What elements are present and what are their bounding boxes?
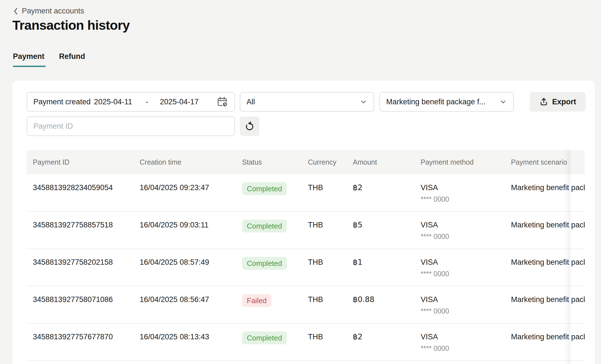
calendar-clock-icon (217, 96, 228, 108)
col-header-amount: Amount (347, 158, 415, 166)
payment-method-brand: VISA (421, 294, 501, 305)
scenario-filter-select[interactable]: Marketing benefit package f... (379, 92, 514, 112)
cell-creation-time: 16/04/2025 09:23:47 (134, 182, 236, 193)
payment-method-brand: VISA (421, 220, 501, 230)
chevron-down-icon (360, 98, 367, 106)
cell-currency: THB (302, 294, 347, 305)
cell-currency: THB (302, 182, 347, 193)
cell-creation-time: 16/04/2025 08:13:43 (134, 331, 236, 342)
date-range-start: 2025-04-11 (94, 98, 132, 106)
table-header-row: Payment ID Creation time Status Currency… (27, 150, 585, 174)
date-range-picker[interactable]: Payment created 2025-04-11 - 2025-04-17 (27, 92, 235, 112)
payment-id-input[interactable] (27, 116, 235, 136)
col-header-payment-scenario: Payment scenario (505, 158, 585, 166)
table-row[interactable]: 3458813927757677870 16/04/2025 08:13:43 … (27, 324, 585, 361)
cell-payment-method: VISA **** 0000 (415, 182, 505, 204)
breadcrumb[interactable]: Payment accounts (13, 7, 84, 15)
cell-currency: THB (302, 220, 347, 230)
scenario-filter-value: Marketing benefit package f... (386, 98, 485, 106)
cell-currency: THB (302, 257, 347, 268)
cell-payment-id: 3458813927758202158 (27, 257, 134, 268)
cell-payment-scenario: Marketing benefit package f... (505, 331, 585, 342)
cell-payment-id: 3458813927758071086 (27, 294, 134, 305)
refresh-icon (244, 121, 255, 132)
payment-method-brand: VISA (421, 331, 501, 342)
reset-filters-button[interactable] (240, 116, 259, 136)
breadcrumb-label: Payment accounts (22, 7, 84, 15)
cell-amount: ฿2 (347, 182, 415, 193)
status-badge: Completed (242, 182, 287, 195)
cell-payment-id: 3458813927758857518 (27, 220, 134, 230)
payment-method-card: **** 0000 (421, 344, 501, 353)
payment-method-card: **** 0000 (421, 269, 501, 278)
tab-refund[interactable]: Refund (59, 51, 86, 67)
col-header-payment-id: Payment ID (27, 158, 134, 166)
date-range-label: Payment created (33, 98, 91, 106)
export-button-label: Export (552, 98, 576, 106)
upload-icon (539, 97, 548, 106)
table-row[interactable]: 3458813927758071086 16/04/2025 08:56:47 … (27, 286, 585, 324)
status-filter-select[interactable]: All (240, 92, 374, 112)
status-badge: Completed (242, 220, 287, 232)
cell-amount: ฿0.88 (347, 294, 415, 305)
cell-amount: ฿1 (347, 257, 415, 268)
status-badge: Completed (242, 331, 287, 344)
payment-method-brand: VISA (421, 257, 501, 268)
cell-creation-time: 16/04/2025 08:56:47 (134, 294, 236, 305)
table-row[interactable]: 3458813927758202158 16/04/2025 08:57:49 … (27, 249, 585, 286)
cell-payment-id: 3458813927757677870 (27, 331, 134, 342)
cell-amount: ฿2 (347, 331, 415, 342)
status-filter-value: All (247, 98, 255, 106)
col-header-payment-method: Payment method (415, 158, 505, 166)
export-button[interactable]: Export (530, 92, 586, 112)
cell-payment-method: VISA **** 0000 (415, 220, 505, 241)
chevron-left-icon (13, 7, 19, 15)
chevron-down-icon (499, 98, 507, 106)
transaction-history-page: Payment accounts Transaction history Pay… (0, 0, 601, 364)
table-row[interactable]: 3458813928234059054 16/04/2025 09:23:47 … (27, 174, 585, 212)
status-badge: Failed (242, 294, 271, 307)
date-range-end: 2025-04-17 (160, 98, 199, 106)
cell-payment-method: VISA **** 0000 (415, 257, 505, 278)
date-range-separator: - (146, 98, 148, 106)
cell-payment-scenario: Marketing benefit package f... (505, 220, 585, 230)
payment-method-brand: VISA (421, 182, 501, 193)
cell-payment-scenario: Marketing benefit package f... (505, 294, 585, 305)
cell-payment-scenario: Marketing benefit package f... (505, 257, 585, 268)
payment-method-card: **** 0000 (421, 195, 501, 204)
cell-amount: ฿5 (347, 220, 415, 230)
page-title: Transaction history (12, 17, 130, 33)
cell-currency: THB (302, 331, 347, 342)
tab-bar: Payment Refund (13, 51, 86, 67)
col-header-currency: Currency (302, 158, 347, 166)
cell-payment-method: VISA **** 0000 (415, 294, 505, 315)
content-card: Payment created 2025-04-11 - 2025-04-17 … (12, 81, 595, 364)
payment-method-card: **** 0000 (421, 307, 501, 315)
payment-method-card: **** 0000 (421, 232, 501, 241)
status-badge: Completed (242, 257, 287, 270)
table-row[interactable]: 3458813927758857518 16/04/2025 09:03:11 … (27, 212, 585, 249)
transactions-table: Payment ID Creation time Status Currency… (27, 150, 585, 364)
cell-creation-time: 16/04/2025 09:03:11 (134, 220, 236, 230)
cell-payment-scenario: Marketing benefit package f... (505, 182, 585, 193)
col-header-creation-time: Creation time (134, 158, 236, 166)
cell-payment-method: VISA **** 0000 (415, 331, 505, 353)
tab-payment[interactable]: Payment (13, 51, 46, 67)
cell-payment-id: 3458813928234059054 (27, 182, 134, 193)
col-header-status: Status (236, 158, 302, 166)
cell-creation-time: 16/04/2025 08:57:49 (134, 257, 236, 268)
